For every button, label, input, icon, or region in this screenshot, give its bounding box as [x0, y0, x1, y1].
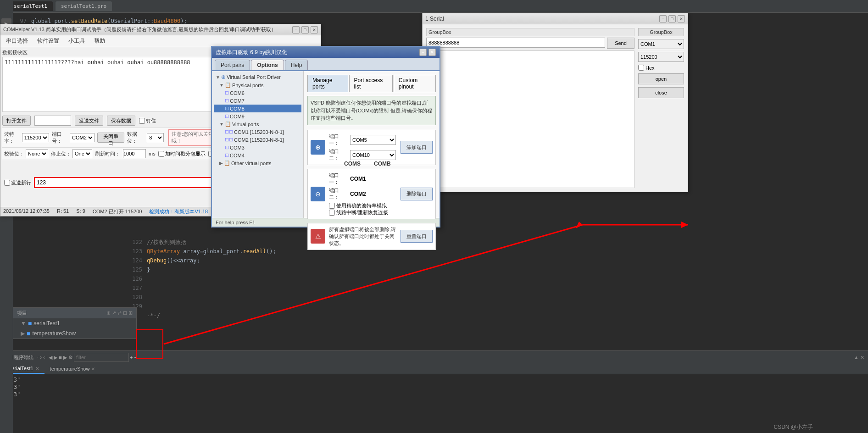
tree-com2-detail[interactable]: ⊡⊡ COM2 [115200-N-8-1]: [214, 136, 301, 144]
tree-com7[interactable]: ⊡ COM7: [214, 97, 301, 105]
reset-port-btn[interactable]: 重置端口: [401, 230, 433, 243]
tab-help[interactable]: Help: [285, 60, 308, 70]
file-path-input[interactable]: [34, 116, 71, 126]
serial-window: 1 Serial − □ ✕ GroupBox Send GroupBox CO…: [422, 13, 688, 192]
databits-select[interactable]: 8: [147, 133, 164, 142]
editor-tab-active[interactable]: serialTest1: [8, 1, 53, 11]
project-item-serial[interactable]: ▼ ■ serialTest1: [13, 318, 136, 328]
add-port-btn[interactable]: 添加端口: [401, 141, 433, 154]
serial-maximize-btn[interactable]: □: [668, 15, 676, 22]
menu-tools[interactable]: 小工具: [65, 36, 89, 46]
serial-close-btn[interactable]: ✕: [678, 15, 685, 22]
update-link[interactable]: 检测成功：有新版本V1.18: [149, 208, 208, 215]
del-port2-label: 端口二：: [329, 187, 347, 201]
tree-com8[interactable]: ⊡ COM8: [214, 105, 301, 112]
project-panel: 项目 ⊕ ↗ ⇄ ⊡ ⊞ ▼ ■ serialTest1 ▶ ■ tempera…: [13, 307, 137, 339]
delete-port-icon: ⊖: [311, 187, 325, 201]
open-file-btn[interactable]: 打开文件: [2, 116, 31, 126]
menu-help[interactable]: 帮助: [90, 36, 109, 46]
serial-close-btn[interactable]: close: [638, 87, 684, 98]
del-port1-label: 端口一：: [329, 172, 347, 186]
pin-checkbox[interactable]: [139, 118, 145, 124]
output-line-1: "123": [4, 376, 864, 383]
comhelper-minimize-btn[interactable]: −: [292, 26, 300, 33]
vcom-minimize-btn[interactable]: −: [419, 49, 427, 56]
manage-ports-btn[interactable]: Manage ports: [307, 75, 348, 92]
add-time-group: 加时间戳分包显示: [158, 150, 206, 157]
port2-row: 端口二： COM10: [329, 148, 397, 162]
delete-port-btn[interactable]: 删除端口: [401, 188, 433, 200]
serial-port-select[interactable]: COM1: [638, 39, 684, 49]
serial-open-btn[interactable]: open: [638, 73, 684, 84]
project-item-temp[interactable]: ▶ ■ temperatureShow: [13, 328, 136, 339]
del-port2-val: COM2: [350, 191, 366, 197]
serial-hex-checkbox[interactable]: [638, 65, 644, 71]
tree-com3[interactable]: ⊡ COM3: [214, 144, 301, 151]
serial-minimize-btn[interactable]: −: [659, 15, 667, 22]
serial-group-label2: GroupBox: [638, 28, 684, 36]
tree-physical-ports[interactable]: ▼ 📋 Physical ports: [214, 81, 301, 89]
tree-com4[interactable]: ⊡ COM4: [214, 151, 301, 159]
output-red-box: [136, 329, 163, 359]
reset-row: ⚠ 所有虚拟端口将被全部删除,请确认所有端口此时都处于关闭状态。 重置端口: [307, 223, 436, 250]
comhelper-maximize-btn[interactable]: □: [301, 26, 309, 33]
reconnect-checkbox[interactable]: [329, 210, 335, 216]
serial-data-input[interactable]: [426, 38, 605, 48]
serial-right-panel: GroupBox COM1 115200 Hex open close: [638, 28, 684, 188]
baud-select[interactable]: 115200: [22, 133, 49, 142]
tab-temp-show[interactable]: temperatureShow ✕: [45, 364, 101, 373]
comhelper-titlebar: COMHelper V1.13 简单实用的串口调试助手（问题反馈请扫描右下角微信…: [0, 24, 321, 35]
check-select[interactable]: None: [26, 149, 48, 158]
close-port-btn[interactable]: 关闭串口: [97, 133, 124, 143]
tree-virtual-ports[interactable]: ▼ 📋 Virtual ports: [214, 120, 301, 128]
tab-options[interactable]: Options: [251, 60, 284, 70]
close-serialtest-icon[interactable]: ✕: [35, 366, 39, 371]
del-port2-row: 端口二： COM2: [329, 187, 397, 201]
tree-root[interactable]: ▼ ⊕ Virtual Serial Port Driver: [214, 73, 301, 81]
pin-label: 钉住: [139, 117, 156, 124]
save-data-btn[interactable]: 保存数据: [107, 116, 135, 126]
close-tempshow-icon[interactable]: ✕: [91, 366, 95, 372]
delete-port-row: ⊖ 端口一： COM1 端口二： COM2 使用精确的波特率模拟: [307, 169, 436, 219]
custom-pinout-btn[interactable]: Custom pinout: [394, 75, 436, 92]
vcom-close-btn[interactable]: ✕: [428, 49, 436, 56]
output-area: "123" "123" "123": [0, 374, 868, 433]
port1-select[interactable]: COM5: [350, 135, 396, 145]
status-s: S: 9: [76, 208, 85, 215]
manage-tabs: Manage ports Port access list Custom pin…: [307, 75, 436, 92]
comb-label: COMB: [374, 161, 391, 167]
project-header: 项目 ⊕ ↗ ⇄ ⊡ ⊞: [13, 308, 136, 318]
add-port-icon: ⊕: [311, 140, 325, 155]
port-access-btn[interactable]: Port access list: [349, 75, 393, 92]
databits-group: 数据位： 8: [127, 131, 164, 144]
comhelper-close-btn[interactable]: ✕: [311, 26, 318, 33]
stop-label: 停止位：: [51, 150, 71, 157]
serial-baud-select[interactable]: 115200: [638, 52, 684, 62]
port2-select[interactable]: COM10: [350, 150, 396, 160]
editor-tab-pro[interactable]: serialTest1.pro: [56, 1, 112, 11]
baud-group: 波特率： 115200: [4, 131, 49, 144]
check-group: 校验位： None: [4, 149, 48, 158]
newline-checkbox[interactable]: [4, 180, 10, 186]
send-file-btn[interactable]: 发送文件: [75, 116, 103, 126]
stop-select[interactable]: One: [72, 149, 92, 158]
port-select[interactable]: COM2: [70, 133, 95, 142]
add-time-checkbox[interactable]: [158, 151, 164, 157]
tree-other-virtual[interactable]: ▶ 📋 Other virtual ports: [214, 159, 301, 167]
tab-port-pairs[interactable]: Port pairs: [215, 60, 250, 70]
serial-send-btn[interactable]: Send: [607, 38, 634, 49]
vcom-body: ▼ ⊕ Virtual Serial Port Driver ▼ 📋 Physi…: [212, 71, 440, 218]
precise-sim-checkbox[interactable]: [329, 203, 335, 209]
reset-icon: ⚠: [311, 229, 325, 244]
precise-sim-group: 使用精确的波特率模拟: [329, 202, 397, 209]
serial-hex-row: Hex: [638, 65, 684, 71]
vcom-tree: ▼ ⊕ Virtual Serial Port Driver ▼ 📋 Physi…: [212, 71, 304, 218]
menu-settings[interactable]: 软件设置: [33, 36, 63, 46]
tree-com6[interactable]: ⊡ COM6: [214, 89, 301, 97]
tree-com1-detail[interactable]: ⊡⊡ COM1 [115200-N-8-1]: [214, 128, 301, 136]
filter-input[interactable]: [74, 353, 129, 362]
menu-port-select[interactable]: 串口选择: [2, 36, 32, 46]
tree-com9[interactable]: ⊡ COM9: [214, 112, 301, 120]
time-input[interactable]: [123, 149, 146, 158]
output-tab-bar: serialTest1 ✕ temperatureShow ✕: [0, 364, 868, 374]
